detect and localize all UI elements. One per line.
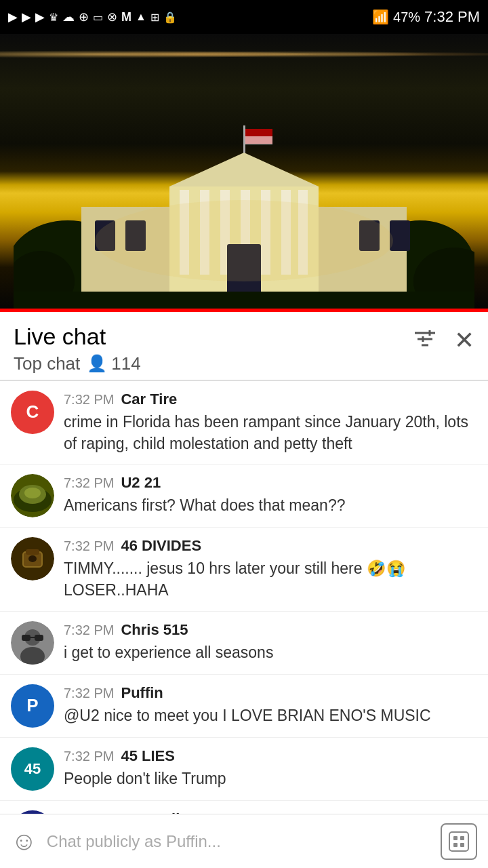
chat-meta: 7:32 PM Chris 515 [64,621,477,639]
avatar-image [11,621,54,665]
image-icon: ⊞ [150,11,159,24]
chat-username: U2 21 [121,474,161,492]
svg-marker-9 [169,153,319,186]
chat-message: i get to experience all seasons [64,642,477,663]
chat-message: People don't like Trump [64,768,477,789]
status-icons-left: ▶ ▶ ▶ ♛ ☁ ⊕ ▭ ⊗ M ▲ ⊞ 🔒 [8,9,177,24]
chat-meta: 7:32 PM 46 DIVIDES [64,537,477,555]
chat-input[interactable]: Chat publicly as Puffin... [47,832,431,851]
svg-rect-41 [35,635,43,641]
live-chat-title: Live chat [14,323,141,351]
svg-rect-35 [26,549,39,555]
chat-content: 7:32 PM Chris 515 i get to experience al… [64,621,477,663]
chat-meta: 7:32 PM 45 LIES [64,747,477,765]
avatar-image [11,537,54,580]
header-actions: ✕ [412,323,474,353]
svg-rect-47 [460,843,464,847]
status-icons-right: 📶 47% 7:32 PM [372,8,480,26]
battery-percent: 47% [393,9,420,25]
pokeball-icon: ⊗ [107,9,117,24]
chat-content: 7:32 PM U2 21 Americans first? What does… [64,474,477,516]
viewer-count: 👤 114 [87,353,140,374]
crown-icon: ♛ [49,11,58,24]
chat-content: 7:32 PM Car Tire crime in Florida has be… [64,391,477,454]
chat-content: 7:32 PM 45 LIES People don't like Trump [64,747,477,789]
chat-message: Americans first? What does that mean?? [64,494,477,516]
chat-input-bar: ☺ Chat publicly as Puffin... [0,814,488,868]
svg-point-32 [24,488,41,498]
chat-username: Chris 515 [121,621,188,639]
chat-username: Car Tire [121,391,177,408]
chat-time: 7:32 PM [64,392,114,408]
top-chat-label[interactable]: Top chat [14,353,80,374]
svg-rect-46 [453,843,458,847]
app-icon-1: ▶ [8,9,18,24]
warning-icon: ▲ [136,11,146,23]
avatar [11,537,54,580]
chat-message: @U2 nice to meet you I LOVE BRIAN ENO'S … [64,705,477,726]
chat-time: 7:32 PM [64,475,114,491]
svg-point-23 [95,200,393,281]
send-icon [448,831,470,852]
svg-rect-43 [449,832,468,851]
chat-meta: 7:32 PM U2 21 [64,474,477,492]
close-button[interactable]: ✕ [454,328,474,353]
filter-icon [412,329,438,349]
avatar [11,474,54,517]
chat-username: 45 LIES [121,747,174,765]
list-item: 45 7:32 PM 45 LIES People don't like Tru… [0,738,488,801]
svg-rect-22 [14,292,474,309]
white-house-svg [14,119,474,309]
chat-title-area: Live chat Top chat 👤 114 [14,323,141,374]
cloud-icon: ☁ [62,9,75,24]
chat-username: Puffin [121,684,163,702]
svg-rect-44 [453,836,458,840]
city-lights [0,47,488,61]
status-bar: ▶ ▶ ▶ ♛ ☁ ⊕ ▭ ⊗ M ▲ ⊞ 🔒 📶 47% 7:32 PM [0,0,488,34]
send-button[interactable] [441,823,477,860]
avatar: P [11,684,54,728]
chat-time: 7:32 PM [64,623,114,638]
viewer-count-number: 114 [111,353,140,374]
video-player[interactable] [0,34,488,309]
app-icon-3: ▶ [35,9,45,24]
list-item: C 7:32 PM Car Tire crime in Florida has … [0,381,488,465]
m-icon: M [121,10,131,24]
top-chat-row: Top chat 👤 114 [14,353,141,374]
live-chat-header: Live chat Top chat 👤 114 ✕ [0,312,488,380]
person-icon: 👤 [87,354,107,373]
list-item: 7:32 PM 46 DIVIDES TIMMY....... jesus 10… [0,528,488,611]
wifi-icon: 📶 [372,9,389,25]
chat-time: 7:32 PM [64,686,114,701]
chat-time: 7:32 PM [64,749,114,764]
time-display: 7:32 PM [424,8,480,26]
chat-content: 7:32 PM 46 DIVIDES TIMMY....... jesus 10… [64,537,477,601]
avatar: 45 [11,747,54,791]
chat-message: TIMMY....... jesus 10 hrs later your sti… [64,557,477,601]
filter-button[interactable] [412,329,438,352]
lock-icon: 🔒 [163,11,177,24]
list-item: 7:32 PM Chris 515 i get to experience al… [0,612,488,675]
avatar [11,621,54,665]
avatar: C [11,391,54,434]
sync-icon: ⊕ [79,9,89,24]
chat-list: C 7:32 PM Car Tire crime in Florida has … [0,381,488,868]
chat-meta: 7:32 PM Puffin [64,684,477,702]
emoji-button[interactable]: ☺ [11,827,37,856]
list-item: 7:32 PM U2 21 Americans first? What does… [0,465,488,528]
chat-time: 7:32 PM [64,538,114,554]
avatar-image [11,474,54,517]
list-item: P 7:32 PM Puffin @U2 nice to meet you I … [0,675,488,738]
video-thumbnail [0,34,488,309]
chat-message: crime in Florida has been rampant since … [64,411,477,454]
chat-username: 46 DIVIDES [121,537,201,555]
svg-rect-40 [22,635,30,641]
svg-rect-6 [245,136,272,144]
chat-content: 7:32 PM Puffin @U2 nice to meet you I LO… [64,684,477,726]
chat-meta: 7:32 PM Car Tire [64,391,477,408]
svg-rect-45 [460,836,464,840]
svg-point-36 [28,555,37,562]
folder-icon: ▭ [93,11,103,24]
app-icon-2: ▶ [22,9,31,24]
svg-rect-20 [390,220,410,251]
